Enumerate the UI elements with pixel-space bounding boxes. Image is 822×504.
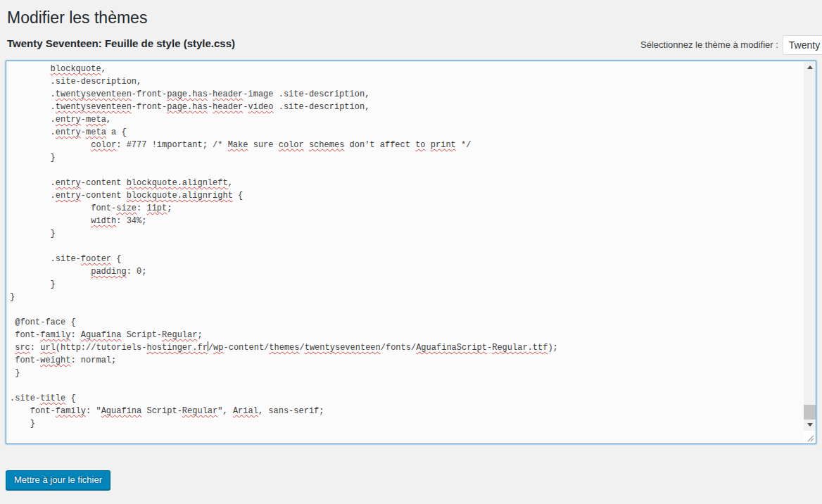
code-line: .entry-meta, — [10, 113, 800, 126]
misspelled-word: footer — [81, 254, 111, 264]
code-line: blockquote, — [10, 63, 800, 75]
misspelled-word: to — [415, 140, 425, 150]
misspelled-word: blockquote.alignright — [127, 191, 233, 201]
code-line: } — [10, 367, 800, 379]
misspelled-word: video — [248, 102, 274, 112]
misspelled-word: Aguafina — [81, 330, 122, 340]
code-line: width: 34%; — [10, 215, 800, 227]
triangle-down-glyph — [807, 423, 813, 427]
editor-scrollbar[interactable] — [804, 61, 816, 431]
scroll-down-icon[interactable] — [804, 419, 816, 431]
misspelled-word: header — [213, 89, 243, 99]
misspelled-word: entry — [56, 127, 81, 137]
code-line: .twentyseventeen-front-page.has-header-v… — [10, 101, 800, 113]
submit-row: Mettre à jour le fichier — [6, 470, 822, 490]
misspelled-word: hostinger.fr — [146, 343, 207, 353]
misspelled-word: url — [40, 343, 56, 353]
code-line: .twentyseventeen-front-page.has-header-i… — [10, 88, 800, 101]
misspelled-word: color — [279, 140, 304, 150]
misspelled-word: Arial — [233, 406, 258, 416]
code-line — [10, 379, 800, 392]
code-line: padding: 0; — [10, 265, 800, 278]
misspelled-word: meta — [86, 127, 106, 137]
triangle-up-glyph — [807, 65, 813, 69]
misspelled-word: Regular — [182, 406, 217, 416]
code-line — [10, 240, 800, 253]
misspelled-word: weight — [40, 355, 70, 365]
code-line: .site-description, — [10, 75, 800, 88]
code-line — [10, 303, 800, 316]
misspelled-word: Make — [228, 140, 248, 150]
misspelled-word: 11pt — [146, 203, 167, 213]
code-line: .entry-content blockquote.alignright { — [10, 189, 800, 202]
code-line: font-family: "Aguafina Script-Regular", … — [10, 405, 800, 417]
theme-select-dropdown[interactable]: Twenty — [783, 35, 822, 55]
code-line: .site-footer { — [10, 253, 800, 265]
misspelled-word: width — [91, 216, 116, 226]
code-line — [10, 164, 800, 177]
misspelled-word: size — [116, 203, 137, 213]
code-editor-textarea[interactable]: blockquote, .site-description, .twentyse… — [6, 61, 816, 444]
theme-select-label: Sélectionnez le thème à modifier : — [640, 35, 778, 55]
scrollbar-thumb[interactable] — [804, 405, 816, 420]
resize-grip-icon[interactable] — [804, 431, 816, 443]
code-line: .site-title { — [10, 392, 800, 405]
code-line: color: #777 !important; /* Make sure col… — [10, 139, 800, 151]
update-file-button[interactable]: Mettre à jour le fichier — [6, 470, 110, 490]
misspelled-word: entry — [56, 178, 81, 188]
misspelled-word: title — [40, 393, 65, 403]
theme-editor-page: Modifier les thèmes Twenty Seventeen: Fe… — [0, 0, 822, 490]
misspelled-word: Regular.ttf — [492, 343, 548, 353]
code-line: src: url(http://tutoriels-hostinger.fr/w… — [10, 341, 800, 354]
code-line: .entry-content blockquote.alignleft, — [10, 177, 800, 189]
misspelled-word: page.has — [167, 89, 208, 99]
misspelled-word: AguafinaScript — [416, 343, 487, 353]
page-title: Modifier les thèmes — [6, 6, 822, 28]
theme-switcher: Sélectionnez le thème à modifier : Twent… — [640, 35, 822, 55]
misspelled-word: blockquote — [51, 64, 101, 74]
code-line: } — [10, 278, 800, 291]
misspelled-word: family — [56, 406, 86, 416]
misspelled-word: header — [213, 102, 243, 112]
code-line: @font-face { — [10, 316, 800, 329]
misspelled-word: entry — [56, 191, 81, 201]
misspelled-word: twentyseventeen — [305, 343, 381, 353]
misspelled-word: blockquote.alignleft — [127, 178, 228, 188]
misspelled-word: wp — [213, 343, 223, 353]
file-heading: Twenty Seventeen: Feuille de style (styl… — [7, 37, 235, 51]
code-line: font-weight: normal; — [10, 354, 800, 367]
code-line: font-size: 11pt; — [10, 202, 800, 215]
misspelled-word: Regular — [162, 330, 197, 340]
misspelled-word: schemes — [309, 140, 344, 150]
misspelled-word: themes — [269, 343, 299, 353]
misspelled-word: padding — [91, 267, 126, 277]
misspelled-word: twentyseventeen — [56, 89, 132, 99]
misspelled-word: print — [431, 140, 456, 150]
misspelled-word: page.has — [167, 102, 208, 112]
misspelled-word: color — [91, 140, 116, 150]
misspelled-word: src — [15, 343, 30, 353]
editor-toolbar: Twenty Seventeen: Feuille de style (styl… — [6, 28, 822, 61]
misspelled-word: meta — [86, 115, 106, 125]
misspelled-word: twentyseventeen — [56, 102, 132, 112]
code-line: font-family: Aguafina Script-Regular; — [10, 329, 800, 341]
misspelled-word: entry — [56, 115, 81, 125]
misspelled-word: Aguafina — [101, 406, 142, 416]
code-line: } — [10, 151, 800, 164]
theme-select-value: Twenty — [789, 39, 820, 51]
code-line: .entry-meta a { — [10, 126, 800, 139]
misspelled-word: family — [40, 330, 70, 340]
code-line: } — [10, 417, 800, 430]
scroll-up-icon[interactable] — [804, 61, 816, 73]
code-line: } — [10, 291, 800, 303]
code-line: } — [10, 227, 800, 240]
code-content: blockquote, .site-description, .twentyse… — [10, 63, 800, 430]
